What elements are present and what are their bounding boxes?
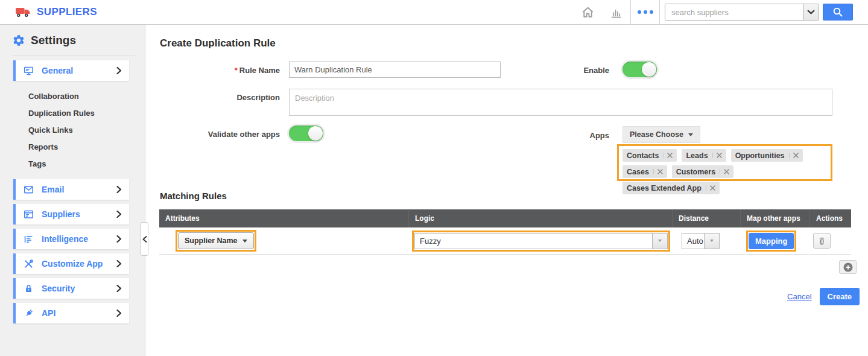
plus-icon (843, 262, 853, 272)
brand: SUPPLIERS (15, 6, 97, 18)
form-footer: Cancel Create (787, 288, 860, 305)
sidebar-item-label: Customize App (42, 259, 103, 269)
description-textarea[interactable] (289, 89, 832, 116)
add-row-button[interactable] (839, 260, 857, 274)
column-header-distance: Distance (673, 209, 741, 227)
sidebar-item-duplication-rules[interactable]: Duplication Rules (28, 104, 145, 121)
close-icon[interactable] (712, 153, 722, 158)
app-tag: Cases (622, 165, 667, 178)
search-dropdown-button[interactable] (803, 4, 819, 20)
apps-dropdown-button[interactable]: Please Choose (622, 126, 700, 143)
chevron-right-icon (116, 260, 122, 267)
tools-icon (23, 258, 34, 270)
app-tag: Leads (682, 149, 726, 162)
chevron-down-icon (807, 10, 815, 15)
app-tag: Contacts (622, 149, 677, 162)
sidebar-item-tags[interactable]: Tags (28, 155, 145, 172)
apps-label: Apps (568, 131, 609, 140)
sidebar-item-general[interactable]: General (13, 60, 129, 81)
app-tag: Customers (672, 165, 733, 178)
cancel-link[interactable]: Cancel (787, 292, 811, 301)
select-dropdown-button[interactable] (704, 234, 719, 249)
create-duplication-rule-panel: Create Duplication Rule *Rule Name Enabl… (145, 25, 868, 356)
settings-sidebar: Settings General Collaboration (0, 25, 145, 356)
chevron-right-icon (116, 285, 122, 292)
top-bar: SUPPLIERS (0, 0, 868, 25)
attribute-value: Supplier Name (185, 237, 238, 245)
delete-row-button[interactable] (813, 233, 831, 249)
sidebar-item-api[interactable]: API (13, 303, 129, 323)
list-lines-icon (23, 234, 34, 245)
app-window-icon (23, 209, 34, 220)
column-header-attributes: Attributes (159, 209, 409, 227)
sidebar-item-reports[interactable]: Reports (28, 138, 145, 155)
sidebar-item-label: General (42, 66, 73, 75)
sidebar-item-label: Suppliers (42, 209, 80, 219)
validate-other-apps-toggle[interactable] (289, 126, 323, 141)
mapping-button[interactable]: Mapping (749, 233, 794, 249)
sidebar-title: Settings (31, 34, 76, 47)
select-dropdown-button[interactable] (652, 234, 667, 249)
truck-icon (15, 6, 32, 18)
sidebar-item-collaboration[interactable]: Collaboration (28, 87, 145, 104)
rule-name-input[interactable] (289, 62, 501, 78)
close-icon[interactable] (720, 169, 729, 174)
close-icon[interactable] (663, 153, 673, 158)
sidebar-item-email[interactable]: Email (13, 179, 129, 200)
search-icon (832, 7, 843, 17)
bar-chart-icon[interactable] (609, 5, 623, 19)
gear-icon (12, 34, 25, 47)
column-header-actions: Actions (810, 209, 851, 227)
attribute-dropdown-button[interactable]: Supplier Name (178, 232, 254, 249)
enable-toggle[interactable] (622, 62, 657, 77)
caret-down-icon (242, 240, 247, 243)
search-input[interactable] (665, 4, 803, 20)
home-icon[interactable] (581, 5, 595, 19)
app-tag-label: Opportunities (735, 151, 785, 160)
apps-dropdown-label: Please Choose (630, 130, 683, 139)
chevron-right-icon (116, 235, 122, 243)
selected-apps-highlight-box: Contacts Leads Opportunities Cases Custo… (617, 144, 832, 181)
sidebar-item-label: API (42, 308, 55, 318)
close-icon[interactable] (789, 153, 799, 158)
search-button[interactable] (823, 4, 853, 21)
chevron-left-icon (142, 236, 147, 243)
monitor-icon (23, 65, 34, 77)
distance-select[interactable]: Auto (682, 233, 720, 249)
chevron-right-icon (116, 211, 122, 218)
table-row: Supplier Name Fuzzy Auto (159, 227, 851, 255)
caret-down-icon (688, 133, 693, 136)
sidebar-header: Settings (12, 25, 135, 56)
sidebar-item-customize-app[interactable]: Customize App (13, 253, 129, 274)
column-header-logic: Logic (409, 209, 673, 227)
chevron-right-icon (116, 186, 122, 193)
general-submenu: Collaboration Duplication Rules Quick Li… (0, 81, 145, 179)
sidebar-collapse-handle[interactable] (141, 222, 148, 256)
brand-title: SUPPLIERS (37, 6, 97, 18)
create-button[interactable]: Create (820, 288, 860, 305)
highlight-box: Mapping (746, 230, 796, 252)
plug-icon (23, 308, 34, 319)
chevron-right-icon (116, 67, 122, 74)
sidebar-item-security[interactable]: Security (13, 278, 129, 299)
close-icon[interactable] (653, 169, 663, 174)
divider (659, 0, 660, 25)
highlight-box: Supplier Name (176, 230, 256, 252)
app-tag-label: Cases Extended App (627, 184, 702, 192)
sidebar-item-quick-links[interactable]: Quick Links (28, 121, 145, 138)
app-tag: Cases Extended App (622, 182, 720, 194)
logic-select[interactable]: Fuzzy (414, 233, 668, 249)
caret-down-icon (710, 240, 714, 242)
column-header-map-other-apps: Map other apps (741, 209, 810, 227)
close-icon[interactable] (706, 185, 715, 191)
sidebar-item-label: Email (42, 185, 64, 194)
highlight-box: Fuzzy (412, 230, 670, 252)
toggle-knob (642, 62, 656, 77)
more-dots-icon[interactable] (631, 10, 659, 14)
sidebar-item-intelligence[interactable]: Intelligence (13, 229, 129, 249)
chevron-right-icon (116, 310, 122, 317)
sidebar-item-suppliers[interactable]: Suppliers (13, 204, 129, 224)
matching-rules-table: Attributes Logic Distance Map other apps… (159, 209, 851, 255)
envelope-icon (23, 184, 34, 195)
app-tag-label: Customers (676, 168, 715, 176)
